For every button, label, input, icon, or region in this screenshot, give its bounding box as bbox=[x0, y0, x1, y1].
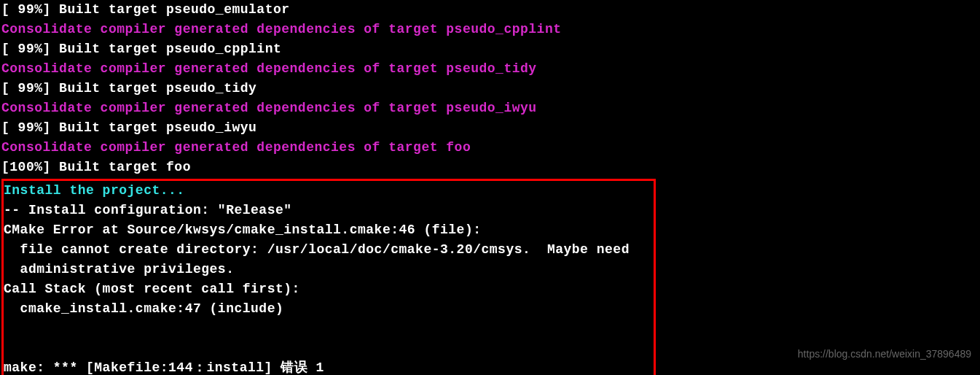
build-line: Consolidate compiler generated dependenc… bbox=[1, 98, 979, 118]
watermark: https://blog.csdn.net/weixin_37896489 bbox=[798, 347, 971, 362]
call-stack-header: Call Stack (most recent call first): bbox=[4, 279, 654, 299]
cmake-error-detail: file cannot create directory: /usr/local… bbox=[4, 240, 654, 260]
call-stack-entry: cmake_install.cmake:47 (include) bbox=[4, 299, 654, 319]
cmake-error-detail: administrative privileges. bbox=[4, 260, 654, 279]
blank-line bbox=[4, 339, 654, 358]
install-header: Install the project... bbox=[4, 181, 654, 201]
build-line: [ 99%] Built target pseudo_tidy bbox=[1, 79, 979, 98]
build-line: Consolidate compiler generated dependenc… bbox=[1, 20, 979, 39]
build-line: [ 99%] Built target pseudo_iwyu bbox=[1, 118, 979, 138]
cmake-error: CMake Error at Source/kwsys/cmake_instal… bbox=[4, 220, 654, 240]
build-line: [100%] Built target foo bbox=[1, 158, 979, 177]
terminal-output[interactable]: [ 99%] Built target pseudo_emulator Cons… bbox=[0, 0, 980, 375]
error-highlight-box: Install the project... -- Install config… bbox=[1, 179, 656, 375]
install-config: -- Install configuration: "Release" bbox=[4, 201, 654, 220]
make-error: make: *** [Makefile:144：install] 错误 1 bbox=[4, 358, 654, 375]
build-line: [ 99%] Built target pseudo_emulator bbox=[1, 0, 979, 20]
build-line: [ 99%] Built target pseudo_cpplint bbox=[1, 39, 979, 59]
build-line: Consolidate compiler generated dependenc… bbox=[1, 138, 979, 158]
blank-line bbox=[4, 319, 654, 339]
build-line: Consolidate compiler generated dependenc… bbox=[1, 59, 979, 79]
build-output-section: [ 99%] Built target pseudo_emulator Cons… bbox=[1, 0, 979, 177]
